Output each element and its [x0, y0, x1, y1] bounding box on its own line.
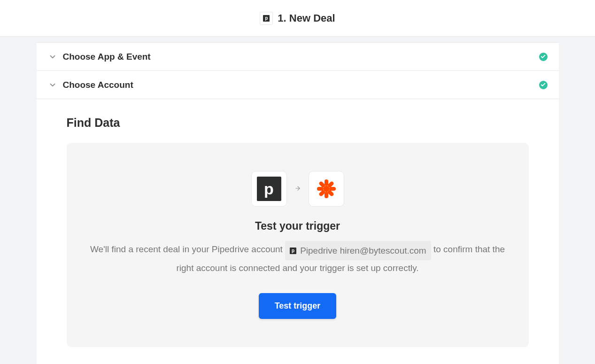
- account-chip: p Pipedrive hiren@bytescout.com: [285, 241, 431, 260]
- svg-rect-1: [325, 179, 328, 186]
- source-app-icon-box: p: [251, 171, 287, 207]
- chevron-down-icon: [48, 52, 57, 62]
- svg-rect-2: [325, 192, 328, 198]
- check-icon: [539, 53, 548, 61]
- pipedrive-icon: p: [290, 248, 296, 254]
- app-icons-row: p: [87, 171, 508, 207]
- choose-account-row[interactable]: Choose Account: [37, 70, 559, 99]
- find-data-title: Find Data: [67, 116, 529, 130]
- header-app-icon-wrapper: p: [260, 12, 273, 25]
- pipedrive-icon: p: [257, 177, 281, 201]
- svg-rect-3: [317, 187, 324, 191]
- description-part-1: We'll find a recent deal in your Pipedri…: [90, 244, 285, 254]
- test-trigger-heading: Test your trigger: [87, 220, 508, 232]
- choose-app-event-label: Choose App & Event: [63, 52, 151, 62]
- page-header: p 1. New Deal: [0, 0, 595, 37]
- chevron-down-icon: [48, 80, 57, 90]
- choose-app-event-row[interactable]: Choose App & Event: [37, 42, 559, 71]
- arrow-right-icon: [294, 185, 301, 193]
- page-title: 1. New Deal: [278, 12, 335, 24]
- choose-account-label: Choose Account: [63, 80, 133, 90]
- test-trigger-card: p: [67, 143, 529, 347]
- check-icon: [539, 81, 548, 89]
- account-label: Pipedrive hiren@bytescout.com: [300, 243, 426, 258]
- find-data-section: Find Data p: [37, 99, 559, 364]
- zapier-icon: [315, 178, 338, 200]
- test-trigger-description: We'll find a recent deal in your Pipedri…: [87, 241, 508, 276]
- target-app-icon-box: [309, 171, 344, 207]
- svg-point-9: [323, 186, 329, 192]
- svg-rect-4: [329, 187, 336, 191]
- test-trigger-button[interactable]: Test trigger: [259, 293, 337, 319]
- pipedrive-icon: p: [263, 15, 270, 22]
